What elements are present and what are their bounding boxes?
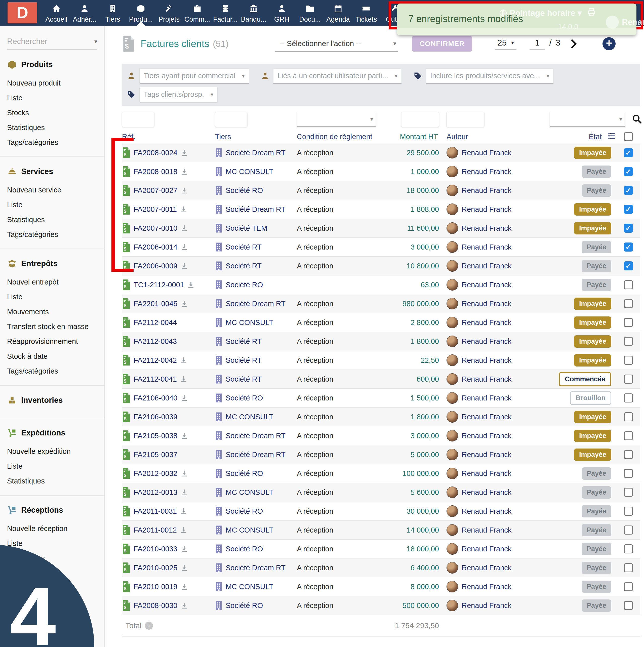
- sidebar-item[interactable]: Stocks: [7, 105, 104, 120]
- company-link[interactable]: MC CONSULT: [226, 583, 274, 591]
- invoice-ref-link[interactable]: FA2105-0038: [134, 432, 177, 440]
- author-link[interactable]: Renaud Franck: [461, 205, 511, 214]
- filter-select[interactable]: Tags clients/prosp. ▾: [140, 87, 217, 102]
- company-link[interactable]: Société Dream RT: [226, 300, 286, 308]
- current-page[interactable]: 1: [529, 38, 545, 50]
- company-link[interactable]: Société Dream RT: [226, 149, 286, 157]
- company-link[interactable]: Société RO: [226, 470, 263, 478]
- page-size-select[interactable]: 25 ▾: [495, 38, 516, 50]
- row-checkbox[interactable]: [624, 167, 633, 176]
- invoice-ref-link[interactable]: FA2007-0010: [134, 224, 177, 232]
- row-checkbox[interactable]: [624, 242, 633, 251]
- row-checkbox[interactable]: [624, 280, 633, 289]
- sidebar-item[interactable]: Statistiques: [7, 120, 104, 135]
- sidebar-section-title[interactable]: Expéditions: [7, 428, 104, 438]
- download-icon[interactable]: [187, 281, 195, 289]
- company-link[interactable]: MC CONSULT: [226, 318, 274, 327]
- sidebar-item[interactable]: Liste: [7, 536, 104, 551]
- invoice-ref-link[interactable]: FA2008-0018: [134, 167, 177, 176]
- search-author-input[interactable]: [446, 112, 484, 127]
- author-link[interactable]: Renaud Franck: [461, 356, 511, 364]
- search-icon[interactable]: [632, 114, 642, 125]
- author-link[interactable]: Renaud Franck: [461, 300, 511, 308]
- col-header-tiers[interactable]: Tiers: [215, 133, 297, 141]
- sidebar-item[interactable]: Liste: [7, 459, 104, 474]
- top-menu-item[interactable]: GRH: [268, 0, 296, 26]
- download-icon[interactable]: [181, 489, 188, 496]
- invoice-ref-link[interactable]: FA2007-0011: [134, 205, 177, 214]
- sidebar-item[interactable]: Tags/catégories: [7, 135, 104, 150]
- company-link[interactable]: Société RT: [226, 356, 262, 364]
- invoice-ref-link[interactable]: FA2112-0044: [134, 318, 177, 327]
- company-link[interactable]: Société RT: [226, 262, 262, 270]
- row-checkbox[interactable]: [624, 545, 633, 554]
- filter-select[interactable]: Tiers ayant pour commercial ▾: [140, 69, 249, 84]
- company-link[interactable]: Société Dream RT: [226, 564, 286, 572]
- row-checkbox[interactable]: [624, 563, 633, 572]
- author-link[interactable]: Renaud Franck: [461, 432, 511, 440]
- invoice-ref-link[interactable]: FA2112-0041: [134, 375, 177, 383]
- row-checkbox[interactable]: [624, 148, 633, 157]
- next-page-button[interactable]: [568, 39, 577, 49]
- author-link[interactable]: Renaud Franck: [461, 488, 511, 497]
- add-invoice-button[interactable]: +: [602, 37, 616, 50]
- printer-icon[interactable]: [587, 8, 596, 17]
- search-condition-select[interactable]: ▾: [297, 112, 376, 127]
- sidebar-item[interactable]: Nouvel entrepôt: [7, 275, 104, 290]
- download-icon[interactable]: [181, 224, 188, 232]
- row-checkbox[interactable]: [624, 224, 633, 233]
- top-menu-item[interactable]: Tiers: [98, 0, 127, 26]
- sidebar-item[interactable]: Liste: [7, 90, 104, 105]
- row-checkbox[interactable]: [624, 356, 633, 365]
- row-checkbox[interactable]: [624, 393, 633, 403]
- download-icon[interactable]: [181, 545, 188, 553]
- download-icon[interactable]: [181, 470, 188, 477]
- dolibarr-logo[interactable]: D: [8, 2, 37, 23]
- invoice-ref-link[interactable]: FA2012-0032: [134, 470, 177, 478]
- author-link[interactable]: Renaud Franck: [461, 243, 511, 251]
- author-link[interactable]: Renaud Franck: [461, 507, 511, 515]
- invoice-ref-link[interactable]: FA2112-0042: [134, 356, 177, 364]
- row-checkbox[interactable]: [624, 582, 633, 591]
- author-link[interactable]: Renaud Franck: [461, 187, 511, 195]
- search-tiers-input[interactable]: [215, 112, 247, 127]
- top-menu-item[interactable]: Comm...: [183, 0, 211, 26]
- download-icon[interactable]: [180, 375, 188, 383]
- top-menu-item[interactable]: Tickets: [352, 0, 380, 26]
- top-menu-item[interactable]: Factur...: [211, 0, 239, 26]
- mass-action-select[interactable]: -- Sélectionner l'action -- ▾: [275, 36, 398, 52]
- download-icon[interactable]: [181, 262, 188, 270]
- top-menu-item[interactable]: Agenda: [324, 0, 352, 26]
- top-menu-item[interactable]: Banqu...: [239, 0, 268, 26]
- row-checkbox[interactable]: [624, 469, 633, 478]
- filter-select[interactable]: Liés à un contact utilisateur parti... ▾: [274, 69, 402, 84]
- company-link[interactable]: MC CONSULT: [226, 413, 274, 421]
- top-menu-item[interactable]: Adhér...: [70, 0, 98, 26]
- download-icon[interactable]: [181, 243, 188, 251]
- invoice-ref-link[interactable]: FA2105-0037: [134, 450, 177, 459]
- chevron-down-icon[interactable]: ▾: [94, 38, 97, 45]
- row-checkbox[interactable]: [624, 374, 633, 384]
- sidebar-item[interactable]: Réapprovisionnement: [7, 334, 104, 349]
- download-icon[interactable]: [181, 394, 188, 402]
- author-link[interactable]: Renaud Franck: [461, 262, 511, 270]
- download-icon[interactable]: [180, 206, 188, 213]
- search-ref-input[interactable]: [122, 112, 154, 127]
- invoice-ref-link[interactable]: FA2010-0019: [134, 583, 177, 591]
- author-link[interactable]: Renaud Franck: [461, 337, 511, 346]
- col-header-state[interactable]: État: [589, 133, 602, 141]
- row-checkbox[interactable]: [624, 261, 633, 271]
- company-link[interactable]: Société RT: [226, 243, 262, 251]
- sidebar-item[interactable]: Liste: [7, 198, 104, 212]
- select-all-checkbox[interactable]: [624, 132, 633, 141]
- row-checkbox[interactable]: [624, 299, 633, 308]
- download-icon[interactable]: [180, 526, 188, 534]
- author-link[interactable]: Renaud Franck: [461, 281, 511, 289]
- company-link[interactable]: Société TEM: [226, 224, 267, 232]
- sidebar-item[interactable]: Tags/catégories: [7, 227, 104, 242]
- company-link[interactable]: Société Dream RT: [226, 432, 286, 440]
- company-link[interactable]: Société Dream RT: [226, 205, 286, 214]
- sidebar-item[interactable]: Tags/catégories: [7, 364, 104, 379]
- sidebar-item[interactable]: Nouvelle réception: [7, 521, 104, 536]
- row-checkbox[interactable]: [624, 205, 633, 214]
